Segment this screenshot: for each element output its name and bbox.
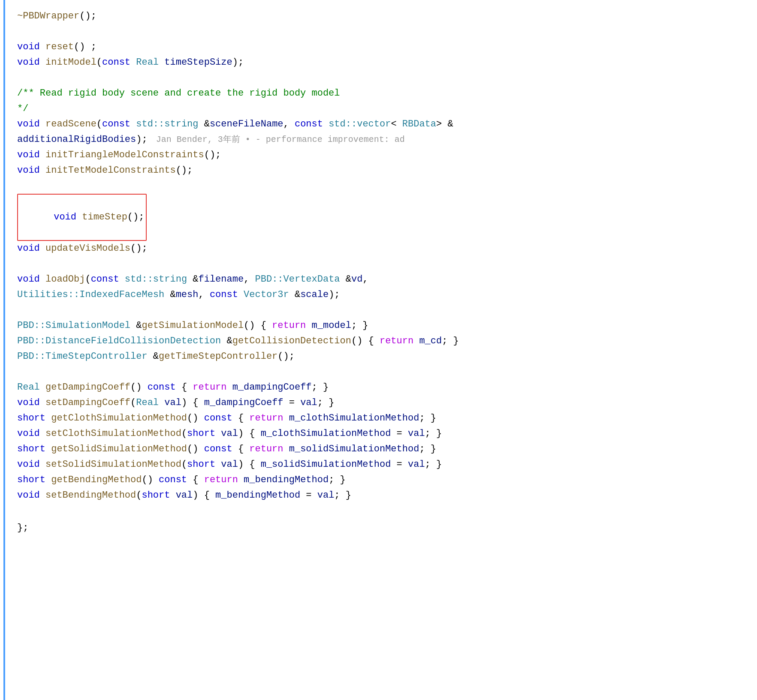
code-line-updatevismodels: void updateVisModels(); <box>17 241 748 256</box>
code-line-setclothmethod: void setClothSimulationMethod(short val)… <box>17 426 748 442</box>
code-line-loadobj1: void loadObj(const std::string &filename… <box>17 272 748 287</box>
empty-line-4 <box>17 256 748 272</box>
code-line-comment1: /** Read rigid body scene and create the… <box>17 86 748 101</box>
comment-text: /** Read rigid body scene and create the… <box>17 86 340 101</box>
code-line-getbending: short getBendingMethod() const { return … <box>17 472 748 488</box>
code-line-setsolidmethod: void setSolidSimulationMethod(short val)… <box>17 457 748 472</box>
empty-line-1 <box>17 24 748 39</box>
destructor-name: ~PBDWrapper <box>17 9 79 24</box>
code-editor: ~PBDWrapper(); void reset() ; void initM… <box>0 0 757 700</box>
empty-line-6 <box>17 364 748 380</box>
code-line-loadobj2: Utilities::IndexedFaceMesh &mesh, const … <box>17 287 748 303</box>
comment-end: */ <box>17 101 28 116</box>
code-line-comment2: */ <box>17 101 748 117</box>
empty-line-5 <box>17 303 748 318</box>
closing-brace: }; <box>17 520 28 535</box>
func-initmodel: initModel <box>45 55 97 70</box>
code-line-reset: void reset() ; <box>17 39 748 55</box>
code-line-destructor: ~PBDWrapper(); <box>17 9 748 24</box>
func-reset: reset <box>45 39 74 54</box>
code-line-getsolidmethod: short getSolidSimulationMethod() const {… <box>17 442 748 457</box>
code-line-closing: }; <box>17 520 748 536</box>
code-line-timestep: void timeStep(); <box>17 194 748 241</box>
code-line-initmodel: void initModel(const Real timeStepSize); <box>17 55 748 70</box>
code-line-additionalbodies: additionalRigidBodies); Jan Bender, 3年前 … <box>17 132 748 147</box>
code-line-getcollision: PBD::DistanceFieldCollisionDetection &ge… <box>17 333 748 349</box>
code-line-setdamping: void setDampingCoeff(Real val) { m_dampi… <box>17 395 748 411</box>
highlighted-timestep: void timeStep(); <box>17 194 147 241</box>
code-line-readscene: void readScene(const std::string &sceneF… <box>17 117 748 132</box>
code-line-inittetmodel: void initTetModelConstraints(); <box>17 163 748 178</box>
code-line-getclothmethod: short getClothSimulationMethod() const {… <box>17 411 748 426</box>
code-line-getsimmodel: PBD::SimulationModel &getSimulationModel… <box>17 318 748 333</box>
keyword-void: void <box>17 117 45 132</box>
keyword-void: void <box>17 55 45 70</box>
empty-line-2 <box>17 70 748 86</box>
code-line-setbending: void setBendingMethod(short val) { m_ben… <box>17 488 748 503</box>
keyword-void: void <box>17 39 45 54</box>
empty-line-7 <box>17 503 748 519</box>
code-line-gettimestepcontroller: PBD::TimeStepController &getTimeStepCont… <box>17 349 748 364</box>
code-line-inittrianglemodel: void initTriangleModelConstraints(); <box>17 147 748 163</box>
editor-left-border <box>3 0 5 700</box>
empty-line-3 <box>17 178 748 194</box>
code-line-getdamping: Real getDampingCoeff() const { return m_… <box>17 380 748 395</box>
git-blame-text: Jan Bender, 3年前 • - performance improvem… <box>156 133 405 147</box>
